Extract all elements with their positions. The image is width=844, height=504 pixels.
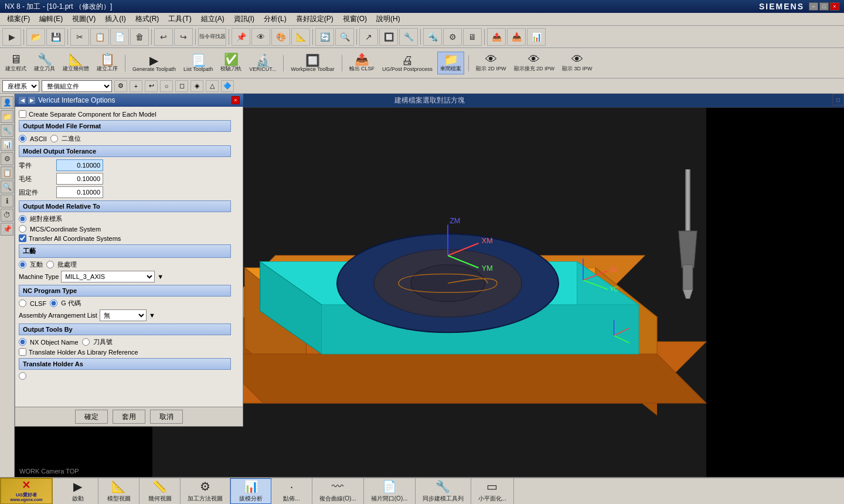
sidebar-btn-4[interactable]: 📊 [1, 138, 13, 151]
vericut-button[interactable]: 🔬 VERICUT... [246, 53, 279, 74]
coord-filter1-button[interactable]: + [130, 80, 142, 92]
output-tools-num-radio[interactable] [82, 338, 90, 346]
tool-button[interactable]: 🔧 [399, 28, 418, 46]
sidebar-btn-5[interactable]: ⚙ [1, 152, 13, 165]
coord-filter4-button[interactable]: ◻ [175, 80, 188, 92]
facet-button[interactable]: ▭ 小平面化... [471, 478, 514, 504]
coord-filter2-button[interactable]: ↩ [145, 80, 158, 92]
point-cloud-button[interactable]: · 點佈... [271, 478, 312, 504]
ok-button[interactable]: 確定 [75, 410, 108, 424]
sidebar-btn-6[interactable]: 📋 [1, 166, 13, 179]
output-tools-nx-radio[interactable] [19, 338, 26, 346]
menubar-item-o[interactable]: 視窗(O) [338, 13, 372, 25]
assembly-select[interactable]: 整個組立件 [42, 80, 112, 92]
coordinate-system-select[interactable]: 座標系 [2, 80, 39, 92]
sidebar-btn-3[interactable]: 🔧 [1, 124, 13, 137]
menubar-item-i[interactable]: 資訊(I) [229, 13, 259, 25]
view-button[interactable]: 👁 [251, 28, 270, 46]
dialog-scroll-area[interactable]: Create Separate Component for Each Model… [19, 110, 239, 403]
cancel-button[interactable]: 取消 [150, 410, 183, 424]
render-button[interactable]: 🎨 [271, 28, 290, 46]
postprocess-button[interactable]: 🖨 UG/Post Postprocess [379, 53, 435, 74]
paste-button[interactable]: 📄 [110, 28, 129, 46]
create-tool-button[interactable]: 🔧 建立刀具 [31, 52, 58, 74]
dialog-close-button[interactable]: × [232, 96, 240, 104]
technic-interactive-radio[interactable] [19, 261, 26, 268]
import-button[interactable]: 📥 [507, 28, 526, 46]
create-separate-checkbox[interactable] [19, 110, 26, 118]
menubar-item-i[interactable]: 插入(I) [100, 13, 130, 25]
open-button[interactable]: 📂 [26, 28, 45, 46]
redo-button[interactable]: ↪ [174, 28, 193, 46]
undo-button[interactable]: ↩ [154, 28, 173, 46]
start-button[interactable]: ▶ [2, 28, 21, 46]
model-view-button[interactable]: 📐 模型視圖 [98, 478, 139, 504]
output-clsf-button[interactable]: 📤 輸出 CLSF [346, 52, 378, 74]
format-ascii-radio[interactable] [19, 135, 26, 142]
menubar-item-h[interactable]: 說明(H) [372, 13, 405, 25]
sidebar-btn-9[interactable]: ⏱ [1, 209, 13, 222]
curve-button[interactable]: 〰 複合曲線(O)... [312, 478, 364, 504]
command-finder-button[interactable]: 指令尋找器 [198, 28, 226, 46]
sync-modeling-button[interactable]: 🔧 同步建模工具列 [416, 478, 471, 504]
sidebar-btn-2[interactable]: 📁 [1, 110, 13, 123]
relative-mcs-radio[interactable] [19, 225, 26, 233]
assembly-arrangement-select[interactable]: 無 [100, 309, 147, 321]
menubar-item-v[interactable]: 視圖(V) [67, 13, 100, 25]
create-operation-button[interactable]: 📋 建立工序 [94, 52, 121, 74]
menubar-item-e[interactable]: 編輯(E) [35, 13, 67, 25]
coord-extra-button[interactable]: 🔷 [221, 80, 234, 92]
show-full-2dipw-button[interactable]: 👁 顯示接充 2D IPW [511, 52, 558, 74]
technic-batch-radio[interactable] [46, 261, 54, 268]
transfer-all-checkbox[interactable] [19, 234, 26, 242]
minimize-button[interactable]: − [809, 2, 818, 11]
verify-toolpath-button[interactable]: ✅ 校驗刀軌 [217, 52, 244, 74]
macro-button[interactable]: 📊 [527, 28, 546, 46]
cut-button[interactable]: ✂ [70, 28, 89, 46]
coord-shape-button[interactable]: △ [206, 80, 219, 92]
part-button[interactable]: 🔩 [423, 28, 442, 46]
tolerance-fixture-input[interactable] [56, 186, 103, 198]
patch-button[interactable]: 📄 補片間口(O)... [364, 478, 416, 504]
generate-toolpath-button[interactable]: ▶ Generate Toolpath [130, 53, 179, 74]
geo-view-button[interactable]: 📏 幾何視圖 [139, 478, 181, 504]
coord-settings-button[interactable]: ⚙ [114, 80, 127, 92]
sidebar-btn-10[interactable]: 📌 [1, 223, 13, 236]
snap-button[interactable]: 📌 [232, 28, 250, 46]
maximize-button[interactable]: □ [819, 2, 829, 11]
create-program-button[interactable]: 🖥 建立程式 [2, 52, 29, 74]
sidebar-btn-1[interactable]: 👤 [1, 96, 13, 109]
rotate-button[interactable]: 🔄 [315, 28, 334, 46]
workpiece-toolbar-button[interactable]: 🔲 Workpiece Toolbar [288, 53, 337, 74]
filter-button[interactable]: 🔲 [379, 28, 398, 46]
menubar-item-t[interactable]: 工具(T) [164, 13, 196, 25]
coord-filter5-button[interactable]: ◈ [190, 80, 203, 92]
export-button[interactable]: 📤 [487, 28, 506, 46]
tolerance-part-input[interactable] [56, 159, 103, 171]
format-binary-radio[interactable] [50, 135, 58, 142]
show-3dipw-button[interactable]: 👁 顯示 3D IPW [559, 52, 595, 74]
list-toolpath-button[interactable]: 📃 List Toolpath [181, 53, 216, 74]
viewport-corner-button[interactable]: □ [832, 94, 844, 105]
start-statusbar-button[interactable]: ▶ 啟動 [57, 478, 98, 504]
menubar-item-f[interactable]: 檔案(F) [2, 13, 35, 25]
close-button[interactable]: × [830, 2, 839, 11]
translate-holder-checkbox[interactable] [19, 348, 26, 356]
menubar-item-a[interactable]: 組立(A) [196, 13, 229, 25]
coord-filter3-button[interactable]: ○ [160, 80, 173, 92]
relative-abs-radio[interactable] [19, 215, 26, 223]
show-2dipw-button[interactable]: 👁 顯示 2D IPW [473, 52, 509, 74]
delete-button[interactable]: 🗑 [130, 28, 149, 46]
zoom-button[interactable]: 🔍 [335, 28, 354, 46]
measure-button[interactable]: 📐 [291, 28, 310, 46]
nc-clsf-radio[interactable] [19, 299, 26, 307]
machine-type-select[interactable]: MILL_3_AXIS MILL_4_AXIS MILL_5_AXIS [61, 271, 155, 282]
menubar-item-l[interactable]: 分析(L) [259, 13, 291, 25]
sidebar-btn-8[interactable]: ℹ [1, 195, 13, 207]
nc-gcode-radio[interactable] [50, 299, 57, 307]
menubar-item-p[interactable]: 喜好設定(P) [291, 13, 338, 25]
create-geometry-button[interactable]: 📐 建立幾何體 [60, 52, 92, 74]
select-button[interactable]: ↗ [359, 28, 378, 46]
tolerance-blank-input[interactable] [56, 173, 103, 185]
shop-doc-button[interactable]: 📁 車間檔案 [437, 52, 464, 74]
